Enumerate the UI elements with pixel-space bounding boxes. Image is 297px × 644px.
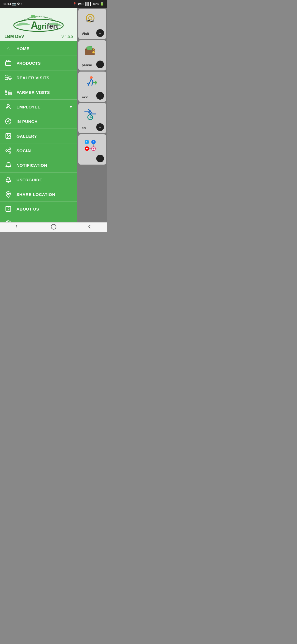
nav-item-social[interactable]: SOCIAL <box>0 143 77 158</box>
card-visit-arrow[interactable]: → <box>96 29 104 37</box>
right-cards: Visit → <box>77 8 107 166</box>
farmer-visits-icon <box>4 88 12 96</box>
nav-label-employee: EMPLOYEE <box>16 105 65 109</box>
logo-area: Trusted Innovations To Conserve Nature A… <box>3 12 74 32</box>
svg-point-68 <box>91 146 96 151</box>
svg-point-30 <box>9 148 11 149</box>
right-overlay: Visit → <box>77 8 107 222</box>
svg-point-31 <box>6 150 7 151</box>
dot-icon: • <box>21 2 22 6</box>
location-icon: 📍 <box>73 2 77 6</box>
svg-point-62 <box>85 140 89 144</box>
userguide-icon <box>4 176 12 184</box>
svg-rect-11 <box>6 62 11 66</box>
agrifert-logo: Trusted Innovations To Conserve Nature A… <box>11 12 66 32</box>
card-social-arrow[interactable]: → <box>96 155 104 162</box>
version-label: V 1.0.0 <box>62 35 73 39</box>
svg-point-48 <box>86 20 88 22</box>
time: 11:14 <box>3 2 11 6</box>
card-expense-icon <box>83 43 98 58</box>
share-location-icon <box>4 190 12 198</box>
card-social: t f <box>78 134 106 165</box>
nav-item-home[interactable]: HOME <box>0 41 77 56</box>
gallery-icon <box>4 132 12 140</box>
nav-item-contact-us[interactable]: CONTACT US <box>0 216 77 222</box>
battery-icon: 🔋 <box>100 2 104 6</box>
contact-us-icon <box>4 220 12 222</box>
svg-point-15 <box>9 79 10 80</box>
settings-icon: ⚙ <box>17 2 20 6</box>
svg-text:™: ™ <box>59 22 61 24</box>
nav-item-about-us[interactable]: ABOUT US <box>0 202 77 216</box>
nav-item-in-punch[interactable]: IN PUNCH <box>0 114 77 129</box>
svg-line-21 <box>6 94 7 95</box>
status-right: 📍 WiFi ▌▌▌ 86% 🔋 <box>73 2 104 6</box>
home-icon <box>4 45 12 52</box>
employee-icon <box>4 103 12 111</box>
nav-label-farmer-visits: FARMER VISITS <box>16 90 73 95</box>
svg-point-35 <box>7 177 10 180</box>
status-bar: 11:14 📷 ⚙ • 📍 WiFi ▌▌▌ 86% 🔋 <box>0 0 107 8</box>
nav-label-in-punch: IN PUNCH <box>16 119 73 124</box>
svg-point-29 <box>7 135 8 135</box>
nav-label-share-location: SHARE LOCATION <box>16 192 73 197</box>
svg-line-20 <box>5 94 6 95</box>
in-punch-icon <box>4 118 12 125</box>
svg-point-47 <box>89 17 92 20</box>
nav-item-gallery[interactable]: GALLERY <box>0 129 77 143</box>
sidebar-header: Trusted Innovations To Conserve Nature A… <box>0 8 77 41</box>
battery-pct: 86% <box>93 2 99 6</box>
svg-point-49 <box>92 20 94 22</box>
nav-item-farmer-visits[interactable]: FARMER VISITS <box>0 85 77 100</box>
svg-point-16 <box>10 79 11 80</box>
svg-line-34 <box>7 149 9 150</box>
products-icon <box>4 59 12 67</box>
svg-point-24 <box>7 104 9 107</box>
card-social-icon: t f <box>83 137 98 152</box>
card-visit-text: Visit <box>82 32 89 36</box>
nav-label-home: HOME <box>16 46 73 51</box>
card-leave-text: ave <box>82 94 88 99</box>
nav-label-userguide: USERGUIDE <box>16 178 73 182</box>
nav-label-products: PRODUCTS <box>16 61 73 66</box>
status-left: 11:14 📷 ⚙ • <box>3 2 22 6</box>
nav-item-employee[interactable]: EMPLOYEE ▼ <box>0 100 77 114</box>
card-expense-arrow[interactable]: → <box>96 61 104 68</box>
nav-label-contact-us: CONTACT US <box>16 221 73 223</box>
card-punch-arrow[interactable]: → <box>96 123 104 131</box>
nav-item-userguide[interactable]: USERGUIDE <box>0 173 77 187</box>
nav-label-dealer-visits: DEALER VISITS <box>16 75 73 80</box>
notification-icon <box>4 161 12 169</box>
sidebar: Trusted Innovations To Conserve Nature A… <box>0 8 77 222</box>
svg-point-32 <box>9 152 11 153</box>
card-visit-icon <box>83 12 98 27</box>
header-footer: LBM DEV V 1.0.0 <box>3 34 74 39</box>
env-label: LBM DEV <box>4 34 24 39</box>
svg-line-33 <box>7 151 9 152</box>
recent-apps-button[interactable] <box>15 224 21 231</box>
svg-point-78 <box>51 224 56 229</box>
card-punch-text: ch <box>82 126 86 130</box>
nav-item-share-location[interactable]: SHARE LOCATION <box>0 187 77 202</box>
svg-point-37 <box>8 181 9 182</box>
app-container: Trusted Innovations To Conserve Nature A… <box>0 8 107 222</box>
home-button[interactable] <box>51 224 57 231</box>
svg-rect-54 <box>87 46 92 50</box>
nav-label-gallery: GALLERY <box>16 134 73 138</box>
nav-label-notification: NOTIFICATION <box>16 163 73 168</box>
card-expense: pense → <box>78 40 106 70</box>
nav-item-dealer-visits[interactable]: DEALER VISITS <box>0 70 77 85</box>
wifi-icon: WiFi <box>78 2 84 6</box>
svg-point-17 <box>5 90 7 92</box>
nav-item-products[interactable]: PRODUCTS <box>0 56 77 70</box>
card-leave-icon <box>83 74 98 89</box>
svg-point-39 <box>8 193 9 194</box>
nav-item-notification[interactable]: NOTIFICATION <box>0 158 77 173</box>
card-visit: Visit → <box>78 9 106 39</box>
card-leave: ave → <box>78 72 106 102</box>
svg-point-13 <box>5 79 6 80</box>
nav-label-social: SOCIAL <box>16 148 73 153</box>
back-button[interactable] <box>87 224 92 231</box>
svg-point-14 <box>7 79 8 80</box>
card-leave-arrow[interactable]: → <box>96 92 104 100</box>
